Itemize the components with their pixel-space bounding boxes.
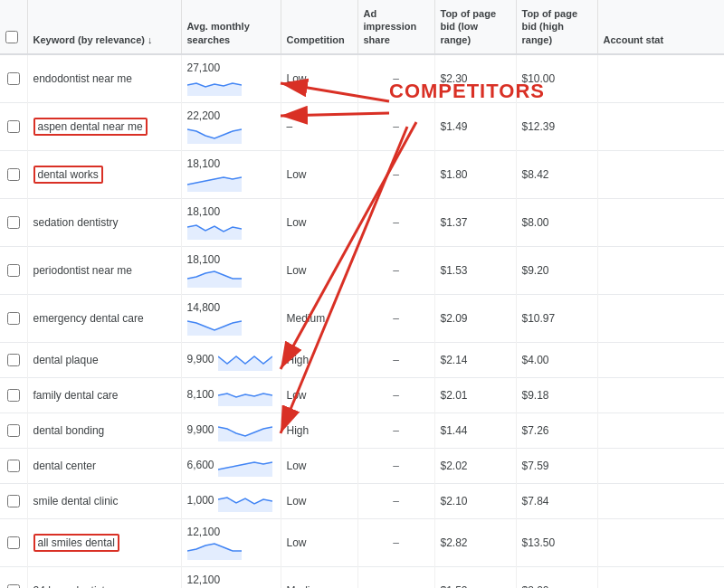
- table-header-row: Keyword (by relevance) ↓ Avg. monthly se…: [0, 0, 724, 54]
- row-checkbox-cell[interactable]: [0, 102, 27, 150]
- keyword-cell: 24 hour dentist: [27, 566, 181, 588]
- row-checkbox-cell[interactable]: [0, 413, 27, 448]
- competition-value: Low: [287, 264, 307, 277]
- bid-low-cell: $1.80: [434, 150, 516, 198]
- table-row: dental works 18,100 Low – $1.80 $8.42: [0, 150, 724, 198]
- ad-share-cell: –: [357, 483, 434, 518]
- row-checkbox[interactable]: [7, 312, 20, 325]
- bid-low-cell: $1.53: [434, 246, 516, 294]
- avg-searches-cell: 22,200: [181, 102, 281, 150]
- bid-low-value: $2.02: [441, 460, 468, 472]
- ad-share-cell: –: [357, 54, 434, 103]
- bid-high-value: $4.00: [522, 354, 549, 366]
- bid-low-cell: $1.44: [434, 413, 516, 448]
- account-stat-cell: [597, 294, 724, 342]
- account-stat-cell: [597, 150, 724, 198]
- search-volume: 14,800: [187, 301, 221, 314]
- row-checkbox-cell[interactable]: [0, 566, 27, 588]
- bid-low-cell: $2.30: [434, 54, 516, 103]
- row-checkbox-cell[interactable]: [0, 246, 27, 294]
- ad-share-cell: –: [357, 566, 434, 588]
- ad-share-value: –: [393, 536, 399, 549]
- table-row: endodontist near me 27,100 Low – $2.30 $…: [0, 54, 724, 103]
- table-row: family dental care 8,100 Low – $2.01 $9.…: [0, 377, 724, 413]
- account-stat-cell: [597, 246, 724, 294]
- bid-high-cell: $9.20: [516, 246, 597, 294]
- avg-searches-cell: 18,100: [181, 198, 281, 246]
- ad-share-cell: –: [357, 518, 434, 566]
- row-checkbox[interactable]: [7, 584, 20, 588]
- row-checkbox-cell[interactable]: [0, 198, 27, 246]
- table-row: aspen dental near me 22,200 – – $1.49 $1…: [0, 102, 724, 150]
- bid-high-cell: $9.18: [516, 377, 597, 413]
- search-volume: 9,900: [187, 353, 214, 365]
- competition-cell: Low: [281, 377, 357, 413]
- bid-high-cell: $8.42: [516, 150, 597, 198]
- header-account-stat[interactable]: Account stat: [597, 0, 724, 54]
- ad-share-cell: –: [357, 150, 434, 198]
- row-checkbox[interactable]: [7, 389, 20, 402]
- bid-high-value: $9.18: [522, 389, 549, 402]
- table-row: periodontist near me 18,100 Low – $1.53 …: [0, 246, 724, 294]
- header-bid-low[interactable]: Top of page bid (low range): [434, 0, 516, 54]
- row-checkbox-cell[interactable]: [0, 448, 27, 483]
- header-avg-searches[interactable]: Avg. monthly searches: [181, 0, 281, 54]
- row-checkbox[interactable]: [7, 264, 20, 277]
- competition-value: Medium: [287, 312, 326, 325]
- row-checkbox-cell[interactable]: [0, 294, 27, 342]
- table-row: smile dental clinic 1,000 Low – $2.10 $7…: [0, 483, 724, 518]
- account-stat-cell: [597, 518, 724, 566]
- row-checkbox[interactable]: [7, 354, 20, 366]
- ad-share-value: –: [393, 264, 399, 277]
- account-stat-cell: [597, 102, 724, 150]
- bid-low-cell: $2.02: [434, 448, 516, 483]
- row-checkbox[interactable]: [7, 168, 20, 181]
- keyword-cell: family dental care: [27, 377, 181, 413]
- bid-low-value: $2.30: [441, 72, 468, 85]
- row-checkbox[interactable]: [7, 120, 20, 133]
- row-checkbox[interactable]: [7, 216, 20, 229]
- bid-high-value: $7.26: [522, 424, 549, 437]
- keyword-text: dental plaque: [33, 354, 99, 366]
- bid-high-value: $12.39: [522, 120, 556, 133]
- row-checkbox-cell[interactable]: [0, 377, 27, 413]
- account-stat-cell: [597, 198, 724, 246]
- avg-searches-cell: 1,000: [181, 483, 281, 518]
- avg-searches-cell: 8,100: [181, 377, 281, 413]
- keyword-table-wrapper: Keyword (by relevance) ↓ Avg. monthly se…: [0, 0, 724, 588]
- bid-high-value: $8.00: [522, 216, 549, 229]
- row-checkbox[interactable]: [7, 495, 20, 507]
- keyword-text: smile dental clinic: [33, 495, 119, 507]
- bid-low-value: $1.53: [441, 584, 468, 588]
- header-ad-impression[interactable]: Ad impression share: [357, 0, 434, 54]
- header-checkbox[interactable]: [0, 0, 27, 54]
- row-checkbox[interactable]: [7, 72, 20, 85]
- avg-searches-cell: 12,100: [181, 566, 281, 588]
- header-keyword[interactable]: Keyword (by relevance) ↓: [27, 0, 181, 54]
- avg-searches-cell: 9,900: [181, 413, 281, 448]
- row-checkbox-cell[interactable]: [0, 150, 27, 198]
- ad-share-cell: –: [357, 246, 434, 294]
- bid-low-value: $2.14: [441, 354, 468, 366]
- search-volume: 8,100: [187, 388, 214, 401]
- row-checkbox-cell[interactable]: [0, 518, 27, 566]
- header-competition[interactable]: Competition: [281, 0, 357, 54]
- competition-value: Low: [287, 216, 307, 229]
- competition-value: High: [287, 424, 310, 437]
- row-checkbox[interactable]: [7, 460, 20, 472]
- keyword-cell: dental bonding: [27, 413, 181, 448]
- row-checkbox-cell[interactable]: [0, 342, 27, 377]
- header-bid-high[interactable]: Top of page bid (high range): [516, 0, 597, 54]
- row-checkbox[interactable]: [7, 424, 20, 437]
- row-checkbox-cell[interactable]: [0, 483, 27, 518]
- keyword-cell: all smiles dental: [27, 518, 181, 566]
- bid-high-value: $9.20: [522, 264, 549, 277]
- select-all-checkbox[interactable]: [5, 31, 18, 43]
- row-checkbox[interactable]: [7, 536, 20, 549]
- ad-share-value: –: [393, 72, 399, 85]
- search-volume: 18,100: [187, 157, 221, 170]
- row-checkbox-cell[interactable]: [0, 54, 27, 103]
- keyword-text: dental bonding: [33, 424, 105, 437]
- keyword-table: Keyword (by relevance) ↓ Avg. monthly se…: [0, 0, 724, 588]
- competition-cell: Medium: [281, 566, 357, 588]
